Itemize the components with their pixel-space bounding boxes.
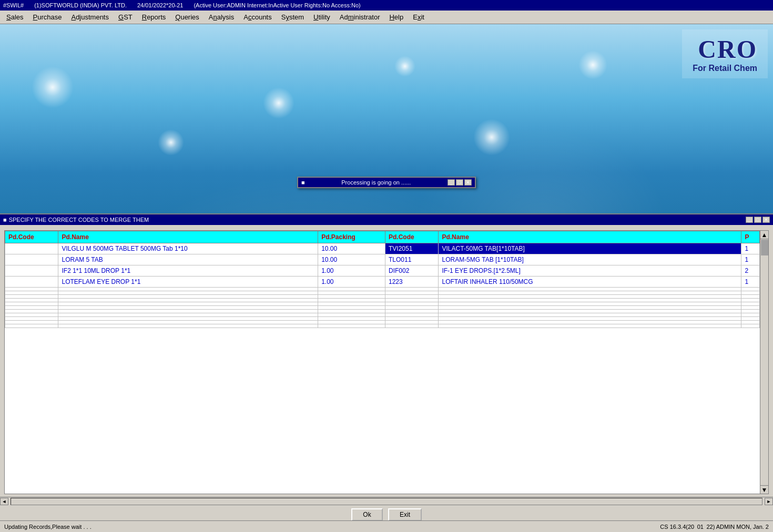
table-row[interactable]: IF2 1*1 10ML DROP 1*11.00DIF002IF-1 EYE …	[5, 265, 760, 277]
menu-utility[interactable]: Utility	[309, 12, 334, 22]
cell-pd-code-1	[5, 291, 58, 295]
header-pd-name-1: Pd.Name	[58, 231, 318, 243]
cell-pd-packing: 10.00	[318, 254, 385, 265]
dialog-title-text: SPECIFY THE CORRECT CODES TO MERGE THEM	[9, 217, 149, 223]
exit-button[interactable]: Exit	[388, 508, 422, 520]
cell-pd-name-1	[58, 313, 318, 317]
cell-pd-packing	[318, 306, 385, 310]
scroll-down-btn[interactable]: ▼	[760, 485, 768, 494]
button-area: Ok Exit	[0, 505, 773, 520]
menu-system[interactable]: System	[277, 12, 308, 22]
menu-sales[interactable]: Sales	[2, 12, 28, 22]
light-2	[158, 129, 184, 156]
cell-pd-code-2	[385, 299, 438, 302]
cell-p	[741, 317, 760, 321]
cell-pd-code-1	[5, 265, 58, 277]
processing-close-btn[interactable]: ✕	[464, 179, 472, 186]
menu-exit[interactable]: Exit	[409, 12, 429, 22]
table-row[interactable]	[5, 302, 760, 306]
cell-p: 1	[741, 243, 760, 254]
table-row[interactable]: LOTEFLAM EYE DROP 1*11.001223LOFTAIR INH…	[5, 277, 760, 288]
main-background: CRO For Retail Chem ■ Processing is goin…	[0, 24, 773, 520]
table-row[interactable]	[5, 295, 760, 299]
cell-pd-name-1	[58, 302, 318, 306]
cell-pd-name-2: LORAM-5MG TAB [1*10TAB]	[439, 254, 741, 265]
menu-administrator[interactable]: Administrator	[335, 12, 384, 22]
menu-help[interactable]: Help	[385, 12, 408, 22]
cell-pd-code-1	[5, 288, 58, 291]
cell-pd-packing	[318, 310, 385, 313]
cell-pd-name-2	[439, 302, 741, 306]
table-row[interactable]: LORAM 5 TAB10.00TLO011LORAM-5MG TAB [1*1…	[5, 254, 760, 265]
cell-pd-name-2: LOFTAIR INHALER 110/50MCG	[439, 277, 741, 288]
table-row[interactable]	[5, 310, 760, 313]
processing-icon: ■	[301, 179, 305, 186]
table-row[interactable]	[5, 324, 760, 328]
cell-pd-code-1	[5, 306, 58, 310]
cell-pd-name-2: IF-1 EYE DROPS.[1*2.5ML]	[439, 265, 741, 277]
cell-p	[741, 324, 760, 328]
table-row[interactable]	[5, 317, 760, 321]
menu-reports[interactable]: Reports	[138, 12, 170, 22]
cell-pd-packing: 10.00	[318, 243, 385, 254]
horizontal-scrollbar[interactable]: ◄ ►	[0, 497, 773, 505]
cell-pd-code-1	[5, 254, 58, 265]
table-row[interactable]	[5, 299, 760, 302]
dialog-minimize-btn[interactable]: _	[746, 217, 753, 223]
scroll-up-btn[interactable]: ▲	[760, 231, 768, 239]
cell-pd-code-2	[385, 317, 438, 321]
cell-pd-packing	[318, 295, 385, 299]
logo-area: CRO For Retail Chem	[682, 29, 768, 78]
cell-p	[741, 321, 760, 324]
table-row[interactable]	[5, 313, 760, 317]
cell-pd-name-1: IF2 1*1 10ML DROP 1*1	[58, 265, 318, 277]
menu-analysis[interactable]: Analysis	[205, 12, 238, 22]
menu-queries[interactable]: Queries	[171, 12, 204, 22]
cell-pd-packing	[318, 302, 385, 306]
dialog-maximize-btn[interactable]: □	[754, 217, 761, 223]
status-right-text: CS 16.3.4(20 01 22) ADMIN MON, Jan. 2	[660, 524, 771, 530]
scroll-left-btn[interactable]: ◄	[0, 498, 8, 505]
cell-pd-name-1	[58, 306, 318, 310]
processing-maximize-btn[interactable]: □	[456, 179, 463, 186]
table-container: Pd.Code Pd.Name Pd.Packing Pd.Code Pd.Na…	[4, 230, 769, 494]
title-bar: #SWIL# (1)SOFTWORLD (INDIA) PVT. LTD. 24…	[0, 0, 773, 11]
table-row[interactable]	[5, 306, 760, 310]
cell-pd-code-2	[385, 291, 438, 295]
h-scroll-track[interactable]	[11, 498, 762, 505]
menu-purchase[interactable]: Purchase	[29, 12, 66, 22]
menu-accounts[interactable]: Accounts	[239, 12, 276, 22]
table-row[interactable]	[5, 288, 760, 291]
status-left-text: Updating Records,Please wait . . .	[2, 524, 660, 530]
ok-button[interactable]: Ok	[351, 508, 383, 520]
cell-pd-name-1: VILGLU M 500MG TABLET 500MG Tab 1*10	[58, 243, 318, 254]
cell-pd-packing	[318, 313, 385, 317]
menu-gst[interactable]: GST	[114, 12, 137, 22]
dialog-title-bar: ■ SPECIFY THE CORRECT CODES TO MERGE THE…	[0, 214, 773, 225]
cell-pd-name-2	[439, 295, 741, 299]
table-wrapper: Pd.Code Pd.Name Pd.Packing Pd.Code Pd.Na…	[5, 231, 760, 494]
cell-pd-packing	[318, 299, 385, 302]
processing-controls: _ □ ✕	[447, 179, 472, 186]
vertical-scrollbar[interactable]: ▲ ▼	[760, 231, 768, 494]
cell-pd-name-2: VILACT-50MG TAB[1*10TAB]	[439, 243, 741, 254]
cell-pd-code-2	[385, 324, 438, 328]
cell-pd-name-2	[439, 288, 741, 291]
table-row[interactable]: VILGLU M 500MG TABLET 500MG Tab 1*1010.0…	[5, 243, 760, 254]
table-row[interactable]	[5, 321, 760, 324]
data-table: Pd.Code Pd.Name Pd.Packing Pd.Code Pd.Na…	[5, 231, 760, 328]
scroll-thumb[interactable]	[761, 240, 768, 255]
menu-adjustments[interactable]: Adjustments	[67, 12, 113, 22]
dialog-close-btn[interactable]: ✕	[762, 217, 770, 223]
cell-pd-packing: 1.00	[318, 265, 385, 277]
date-info: 24/01/2022*20-21	[137, 2, 183, 8]
scroll-right-btn[interactable]: ►	[765, 498, 773, 505]
processing-minimize-btn[interactable]: _	[447, 179, 455, 186]
table-row[interactable]	[5, 291, 760, 295]
cell-p	[741, 299, 760, 302]
cell-pd-code-2: DIF002	[385, 265, 438, 277]
main-dialog: ■ SPECIFY THE CORRECT CODES TO MERGE THE…	[0, 213, 773, 520]
user-info: (Active User:ADMIN Internet:InActive Use…	[194, 2, 360, 8]
table-header-row: Pd.Code Pd.Name Pd.Packing Pd.Code Pd.Na…	[5, 231, 760, 243]
header-pd-packing: Pd.Packing	[318, 231, 385, 243]
